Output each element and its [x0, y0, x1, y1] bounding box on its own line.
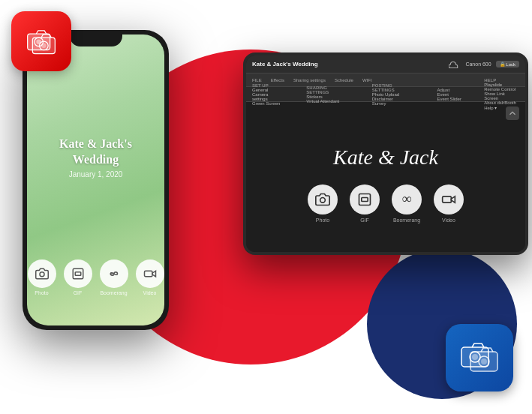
submenu-survey[interactable]: Survey — [372, 101, 415, 106]
svg-point-22 — [481, 358, 487, 364]
phone-boomerang-btn-wrapper[interactable]: ∞ Boomerang — [100, 260, 128, 296]
svg-point-0 — [40, 272, 44, 277]
tablet-event-title: Kate & Jack's Wedding — [252, 61, 449, 68]
tablet-collapse-btn[interactable] — [506, 106, 519, 123]
tablet-submenu-col2: SHARING SETTINGS Stickers Virtual Attend… — [306, 86, 349, 104]
camera-icon — [315, 192, 330, 207]
tablet-action-buttons: Photo GIF — [308, 184, 464, 223]
tablet-content-title: Kate & Jack — [333, 146, 438, 170]
tablet-boomerang-btn[interactable]: ∞ — [392, 184, 422, 214]
svg-rect-8 — [362, 197, 368, 201]
phone-action-buttons: Photo GIF — [27, 260, 164, 296]
gif-icon — [71, 267, 85, 280]
tablet-boomerang-label: Boomerang — [393, 218, 420, 223]
app-icon-blue-bg — [446, 324, 513, 392]
camera-stacked-icon-red — [23, 22, 60, 60]
tablet-gif-btn-wrapper[interactable]: GIF — [350, 184, 380, 223]
svg-rect-4 — [144, 271, 152, 277]
phone-event-date: January 1, 2020 — [69, 170, 123, 178]
submenu-virtual[interactable]: Virtual Attendant — [306, 99, 349, 104]
tablet-photo-btn-wrapper[interactable]: Photo — [308, 184, 338, 223]
tablet-video-btn-wrapper[interactable]: Video — [434, 184, 464, 223]
tablet-lock-btn[interactable]: 🔒 Lock — [496, 61, 519, 68]
camera-stacked-icon-blue — [457, 335, 502, 380]
tablet-submenu-col3: POSTING SETTINGS Photo Upload Disclaimer… — [372, 83, 415, 106]
phone-boomerang-label: Boomerang — [100, 290, 127, 296]
boomerang-icon: ∞ — [402, 191, 412, 207]
tablet-menu-sharing[interactable]: Sharing settings — [293, 78, 326, 82]
tablet-menu-wifi[interactable]: WIFI — [362, 78, 372, 82]
phone-event-title: Kate & Jack's Wedding — [27, 136, 164, 168]
phone-photo-btn-wrapper[interactable]: Photo — [28, 260, 56, 296]
tablet-submenu-col5: HELP Playslide Remote Control Show Link … — [484, 78, 519, 110]
tablet-body: Kate & Jack's Wedding Canon 600 🔒 Lock F… — [243, 52, 528, 255]
tablet-boomerang-btn-wrapper[interactable]: ∞ Boomerang — [392, 184, 422, 223]
tablet-menu-effects[interactable]: Effects — [271, 78, 284, 82]
tablet-submenu-col4: Adjust Event Event Slider — [437, 88, 462, 101]
tablet-camera-label: Canon 600 — [465, 62, 491, 67]
tablet-topbar: Kate & Jack's Wedding Canon 600 🔒 Lock — [246, 56, 525, 74]
cloud-icon — [449, 61, 459, 68]
tablet-gif-label: GIF — [360, 218, 369, 223]
tablet-main-content: Kate & Jack Photo — [246, 102, 525, 252]
camera-icon — [35, 267, 49, 280]
app-icon-red[interactable] — [11, 11, 71, 71]
phone-gif-btn[interactable] — [64, 260, 92, 288]
chevron-up-icon — [506, 106, 519, 120]
phone-video-label: Video — [143, 290, 157, 296]
boomerang-icon: ∞ — [107, 267, 121, 280]
phone-gif-label: GIF — [74, 290, 83, 296]
app-icon-red-bg — [11, 11, 71, 71]
tablet-device: Kate & Jack's Wedding Canon 600 🔒 Lock F… — [243, 52, 528, 255]
svg-rect-9 — [443, 196, 452, 202]
video-icon — [143, 267, 157, 280]
svg-rect-2 — [75, 272, 81, 276]
app-icon-blue[interactable] — [446, 324, 513, 392]
tablet-submenu-bar: SET UP General Camera settings Green Scr… — [246, 87, 525, 102]
tablet-photo-label: Photo — [316, 218, 329, 223]
tablet-screen: Kate & Jack's Wedding Canon 600 🔒 Lock F… — [246, 56, 525, 252]
svg-text:∞: ∞ — [110, 270, 114, 278]
svg-point-16 — [41, 44, 47, 49]
phone-video-btn[interactable] — [136, 260, 164, 288]
phone-boomerang-btn[interactable]: ∞ — [100, 260, 128, 288]
phone-notch — [70, 30, 122, 46]
phone-body: Kate & Jack's Wedding January 1, 2020 Ph… — [23, 30, 169, 330]
svg-point-6 — [320, 197, 326, 202]
svg-rect-1 — [73, 268, 83, 279]
svg-rect-7 — [359, 194, 371, 205]
tablet-video-btn[interactable] — [434, 184, 464, 214]
phone-photo-label: Photo — [35, 290, 48, 296]
gif-icon — [357, 192, 372, 207]
submenu-eventslider[interactable]: Event Slider — [437, 97, 462, 101]
scene: Kate & Jack's Wedding January 1, 2020 Ph… — [0, 0, 532, 414]
submenu-adjust[interactable]: Adjust Event — [437, 88, 462, 97]
phone-photo-btn[interactable] — [28, 260, 56, 288]
tablet-menu-file[interactable]: FILE — [252, 78, 262, 82]
tablet-video-label: Video — [442, 218, 455, 223]
video-icon — [441, 192, 456, 207]
tablet-gif-btn[interactable] — [350, 184, 380, 214]
tablet-photo-btn[interactable] — [308, 184, 338, 214]
phone-screen: Kate & Jack's Wedding January 1, 2020 Ph… — [27, 34, 164, 326]
phone-gif-btn-wrapper[interactable]: GIF — [64, 260, 92, 296]
submenu-green[interactable]: Green Screen — [252, 101, 284, 106]
tablet-submenu-col1: SET UP General Camera settings Green Scr… — [252, 83, 284, 106]
submenu-camera[interactable]: Camera settings — [252, 92, 284, 101]
tablet-menu-schedule[interactable]: Schedule — [335, 78, 353, 82]
submenu-showlink[interactable]: Show Link Screen — [484, 92, 519, 100]
phone-device: Kate & Jack's Wedding January 1, 2020 Ph… — [23, 30, 169, 330]
phone-video-btn-wrapper[interactable]: Video — [136, 260, 164, 296]
